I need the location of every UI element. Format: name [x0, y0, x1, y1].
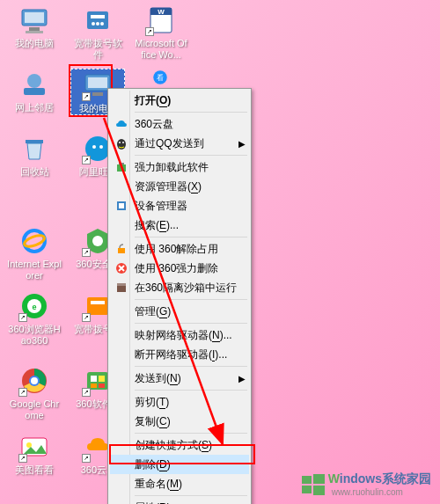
menu-properties[interactable]: 属性(R) — [110, 498, 249, 504]
svg-point-19 — [92, 145, 96, 149]
svg-point-23 — [92, 236, 103, 246]
icon-360browser[interactable]: e ↗ 360浏览器Hao360 — [7, 290, 62, 347]
icon-label: 美图看看 — [7, 464, 62, 476]
menu-label: 使用 360解除占用 — [135, 242, 246, 257]
menu-open[interactable]: 打开(O) — [110, 91, 249, 110]
menu-360-unlock[interactable]: 使用 360解除占用 — [110, 239, 249, 259]
svg-rect-36 — [99, 383, 105, 388]
menu-cut[interactable]: 剪切(T) — [110, 392, 249, 412]
menu-360-force-delete[interactable]: 使用 360强力删除 — [110, 259, 249, 278]
ie-icon — [18, 225, 50, 257]
menu-search[interactable]: 搜索(E)... — [110, 215, 249, 235]
icon-label: 回收站 — [7, 166, 62, 178]
menu-explorer[interactable]: 资源管理器(X) — [110, 177, 249, 196]
browser-icon: e ↗ — [18, 290, 50, 322]
menu-label: 360云盘 — [135, 117, 246, 132]
shortcut-arrow-icon: ↗ — [18, 313, 27, 322]
menu-separator — [135, 237, 247, 237]
shortcut-arrow-icon: ↗ — [18, 388, 27, 397]
watermark: Windows系统家园 www.ruohulin.com — [302, 471, 431, 497]
menu-label: 通过QQ发送到 — [135, 136, 238, 151]
uninstall-icon — [114, 159, 129, 175]
icon-meitu[interactable]: ↗ 美图看看 — [7, 431, 62, 476]
svg-rect-54 — [313, 474, 325, 484]
dialer-icon — [82, 4, 114, 36]
svg-point-20 — [99, 145, 103, 149]
svg-point-7 — [96, 22, 99, 26]
menu-disconnect-drive[interactable]: 断开网络驱动器(I)... — [110, 345, 249, 364]
menu-uninstall[interactable]: 强力卸载此软件 — [110, 157, 249, 177]
icon-network-places[interactable]: 网上邻居 — [7, 69, 62, 113]
menu-360cloud[interactable]: 360云盘 — [110, 114, 249, 134]
svg-point-8 — [100, 22, 104, 26]
icon-chrome[interactable]: ↗ Google Chrome — [7, 365, 62, 421]
context-menu: 打开(O) 360云盘 通过QQ发送到 ▶ 强力卸载此软件 资源管理器(X) 设… — [107, 88, 252, 504]
partial-icon: 看 — [151, 69, 169, 89]
computer-icon — [18, 4, 50, 36]
menu-manage[interactable]: 管理(G) — [110, 302, 249, 321]
menu-separator — [135, 112, 247, 113]
svg-rect-53 — [302, 476, 312, 484]
svg-point-31 — [31, 377, 38, 384]
icon-label: 宽带拨号软件 — [70, 38, 125, 61]
svg-rect-33 — [91, 376, 97, 382]
icon-label: Internet Explorer — [7, 259, 62, 281]
menu-qq-send[interactable]: 通过QQ发送到 ▶ — [110, 134, 249, 153]
svg-rect-4 — [87, 11, 108, 29]
svg-rect-49 — [117, 286, 126, 292]
submenu-arrow-icon: ▶ — [238, 374, 246, 383]
menu-separator — [135, 495, 247, 496]
word-icon: W ↗ — [145, 4, 177, 36]
menu-device-mgr[interactable]: 设备管理器 — [110, 196, 249, 215]
svg-rect-32 — [87, 372, 108, 390]
watermark-text: Windows系统家园 — [328, 471, 431, 487]
svg-point-43 — [122, 142, 124, 143]
svg-point-6 — [92, 22, 95, 26]
menu-label: 剪切(T) — [135, 395, 246, 410]
menu-label: 设备管理器 — [135, 199, 246, 214]
menu-360-sandbox[interactable]: 在360隔离沙箱中运行 — [110, 278, 249, 297]
svg-rect-28 — [91, 301, 105, 304]
menu-label: 打开(O) — [135, 93, 246, 108]
icon-word[interactable]: W ↗ Microsoft Office Wo... — [134, 4, 188, 61]
svg-rect-17 — [26, 140, 43, 143]
icon-dialer[interactable]: 宽带拨号软件 — [70, 4, 125, 61]
meitu-icon: ↗ — [18, 431, 50, 463]
menu-rename[interactable]: 重命名(M) — [110, 474, 249, 493]
menu-label: 映射网络驱动器(N)... — [135, 328, 246, 343]
svg-rect-46 — [119, 203, 124, 208]
menu-map-drive[interactable]: 映射网络驱动器(N)... — [110, 325, 249, 345]
menu-copy[interactable]: 复制(C) — [110, 412, 249, 431]
icon-recycle-bin[interactable]: 回收站 — [7, 133, 62, 178]
svg-rect-56 — [313, 486, 325, 495]
menu-separator — [135, 390, 247, 391]
svg-rect-3 — [26, 31, 43, 33]
shortcut-arrow-icon: ↗ — [145, 27, 154, 36]
menu-label: 管理(G) — [135, 304, 246, 319]
menu-label: 属性(R) — [135, 500, 246, 505]
chrome-icon: ↗ — [18, 365, 50, 397]
highlight-target — [109, 444, 255, 464]
svg-rect-34 — [99, 376, 105, 382]
shortcut-arrow-icon: ↗ — [82, 388, 91, 397]
svg-point-12 — [27, 74, 41, 88]
network-icon — [18, 69, 50, 100]
recycle-icon — [18, 133, 50, 164]
shortcut-arrow-icon: ↗ — [82, 313, 91, 322]
svg-rect-27 — [87, 297, 108, 315]
svg-point-42 — [119, 142, 121, 143]
windows-logo-icon — [302, 474, 325, 495]
svg-rect-2 — [29, 27, 40, 31]
menu-label: 资源管理器(X) — [135, 179, 246, 194]
menu-separator — [135, 323, 247, 324]
menu-label: 断开网络驱动器(I)... — [135, 347, 246, 362]
menu-label: 强力卸载此软件 — [135, 160, 246, 175]
watermark-url: www.ruohulin.com — [332, 487, 431, 497]
icon-my-computer[interactable]: 我的电脑 — [7, 4, 62, 49]
menu-send-to[interactable]: 发送到(N) ▶ — [110, 369, 249, 388]
icon-ie[interactable]: Internet Explorer — [7, 225, 62, 281]
cloud-icon — [114, 116, 129, 132]
menu-label: 使用 360强力删除 — [135, 261, 246, 276]
qq-icon — [114, 135, 129, 151]
unlock-icon — [114, 241, 129, 257]
